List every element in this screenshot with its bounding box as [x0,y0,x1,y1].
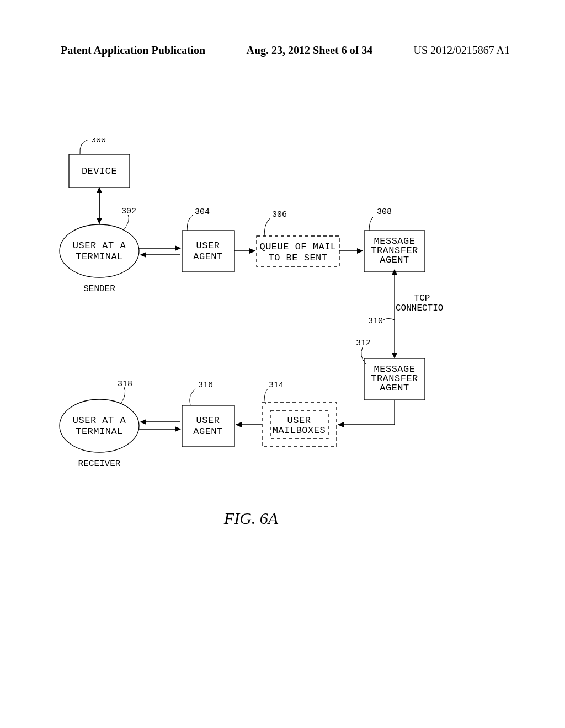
tcp-label-part2: CONNECTION [396,303,444,313]
diagram-svg: DEVICE 300 USER AT A TERMINAL 302 SENDER… [58,138,444,579]
tcp-label-part1: TCP [414,293,430,303]
queue-ref: 306 [272,210,287,220]
ua-top-l1: USER [196,240,220,251]
sender-line2: TERMINAL [76,251,123,262]
mta-bot-ref: 312 [356,339,371,348]
node-user-agent-bottom: USER AGENT 316 [182,381,234,447]
sender-ref: 302 [121,207,136,216]
recv-l2: TERMINAL [76,426,123,437]
svg-point-1 [60,224,139,277]
node-device: DEVICE 300 [69,138,130,188]
device-label: DEVICE [82,166,117,176]
recv-ref: 318 [118,379,132,389]
header-left: Patent Application Publication [61,44,205,57]
svg-point-9 [60,399,139,452]
mbox-l2: MAILBOXES [273,425,326,436]
page-header: Patent Application Publication Aug. 23, … [0,44,565,57]
ua-bot-l1: USER [196,415,220,426]
node-mailboxes: USER MAILBOXES 314 [262,381,337,447]
ua-top-l2: AGENT [193,251,223,262]
tcp-arrow-down [392,353,397,358]
tcp-ref: 310 [368,317,383,326]
queue-l2: TO BE SENT [268,253,327,263]
node-receiver-terminal: USER AT A TERMINAL 318 [60,379,139,452]
mta-top-ref: 308 [377,207,392,217]
recv-l1: USER AT A [73,415,126,426]
figure-title: FIG. 6A [223,509,279,527]
node-mta-top: MESSAGE TRANSFER AGENT 308 [364,207,425,272]
ua-top-ref: 304 [195,207,210,217]
mta-top-l3: AGENT [380,255,409,265]
arrow-mta-mbox [338,400,395,425]
queue-l1: QUEUE OF MAIL [259,242,336,252]
ua-bot-ref: 316 [198,381,213,390]
sender-label: SENDER [83,284,115,294]
node-user-agent-top: USER AGENT 304 [182,207,234,272]
node-mta-bottom: MESSAGE TRANSFER AGENT 312 [356,339,425,400]
header-mid: Aug. 23, 2012 Sheet 6 of 34 [246,44,372,57]
receiver-label: RECEIVER [78,459,121,469]
ua-bot-l2: AGENT [193,426,223,437]
figure-canvas: DEVICE 300 USER AT A TERMINAL 302 SENDER… [58,138,444,579]
device-ref: 300 [91,138,106,145]
mbox-l1: USER [287,415,311,426]
node-queue: QUEUE OF MAIL TO BE SENT 306 [257,210,339,266]
header-right: US 2012/0215867 A1 [414,44,510,57]
sender-line1: USER AT A [73,240,126,251]
mta-bot-l3: AGENT [380,383,409,393]
mbox-ref: 314 [269,381,284,390]
